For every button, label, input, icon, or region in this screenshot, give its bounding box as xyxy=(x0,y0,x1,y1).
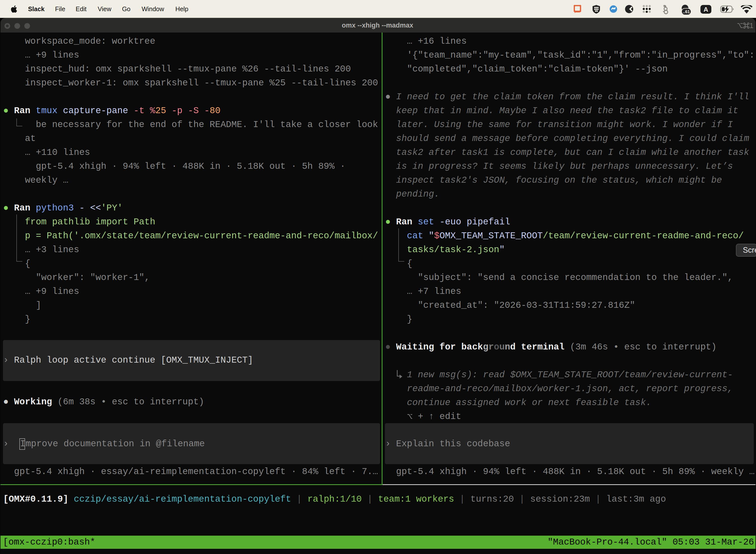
svg-text:A: A xyxy=(704,6,708,13)
svg-text:..61: ..61 xyxy=(683,9,690,14)
